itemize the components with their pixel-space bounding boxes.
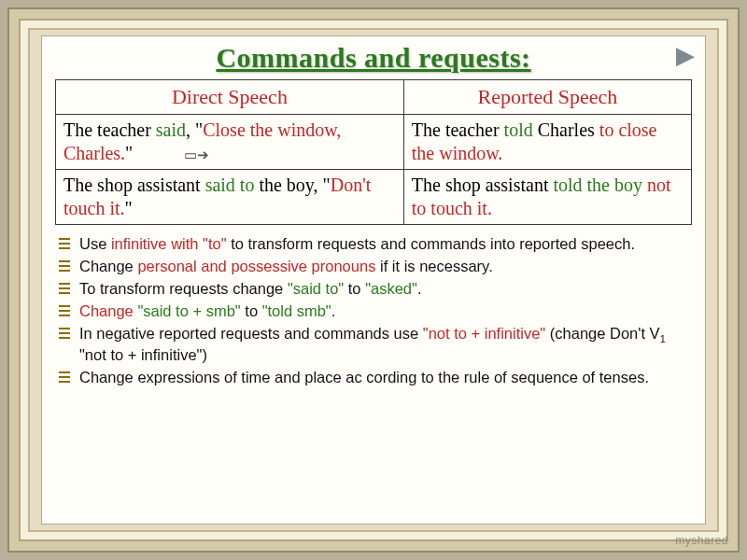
list-item: Change personal and possessive pronouns …	[55, 257, 692, 276]
cell-direct-1: The teacher said, "Close the window, Cha…	[56, 114, 404, 169]
list-item: In negative reported requests and comman…	[55, 324, 692, 365]
cell-reported-1: The teacher told Charles to close the wi…	[403, 114, 691, 169]
watermark-text: myshared	[675, 534, 728, 547]
list-item: Use infinitive with "to" to transform re…	[55, 234, 692, 254]
list-item: Change expressions of time and place ac …	[55, 368, 692, 387]
list-item: Change "said to + smb" to "told smb".	[55, 301, 692, 321]
table-row: The shop assistant said to the boy, "Don…	[56, 169, 692, 224]
next-arrow-icon[interactable]: ▶	[676, 41, 695, 70]
table-row: The teacher said, "Close the window, Cha…	[56, 114, 692, 169]
header-direct: Direct Speech	[56, 80, 404, 115]
bullet-list: Use infinitive with "to" to transform re…	[55, 234, 692, 388]
table-header-row: Direct Speech Reported Speech	[56, 80, 692, 115]
header-reported: Reported Speech	[403, 80, 691, 115]
cell-reported-2: The shop assistant told the boy not to t…	[403, 169, 691, 224]
slide-content: Commands and requests: Direct Speech Rep…	[41, 35, 706, 525]
slide-title: Commands and requests:	[55, 42, 692, 74]
cell-direct-2: The shop assistant said to the boy, "Don…	[56, 169, 404, 224]
arrow-icon: ▭➔	[184, 147, 209, 164]
list-item: To transform requests change "said to" t…	[55, 279, 692, 299]
speech-table: Direct Speech Reported Speech The teache…	[55, 79, 692, 225]
